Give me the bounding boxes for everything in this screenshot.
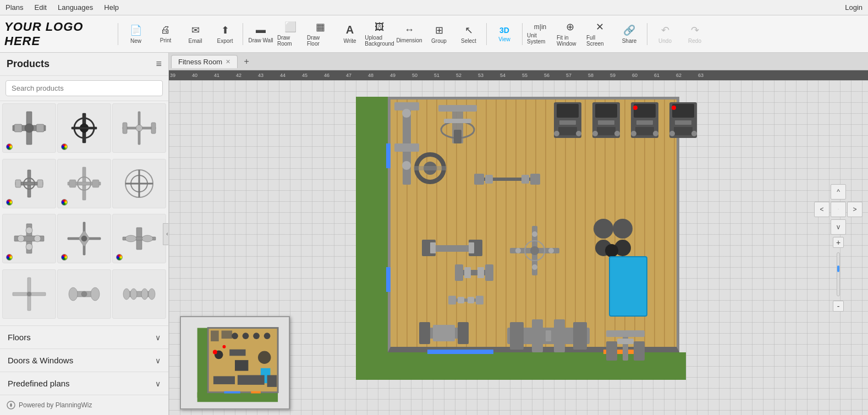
equipment-functional-trainer[interactable] xyxy=(507,223,562,278)
nav-up-button[interactable]: ^ xyxy=(831,184,846,200)
ruler-mark: 48 xyxy=(368,73,373,78)
full-screen-label: Full Screen xyxy=(586,35,613,47)
predefined-label: Predefined plans xyxy=(8,379,70,388)
dimension-label: Dimension xyxy=(396,37,422,43)
new-label: New xyxy=(130,38,141,44)
svg-rect-123 xyxy=(448,296,456,305)
tab-close-icon[interactable]: ✕ xyxy=(226,58,230,65)
nav-center-button[interactable]: · xyxy=(831,202,846,217)
list-item[interactable] xyxy=(2,159,56,208)
svg-rect-92 xyxy=(474,174,484,185)
list-item[interactable] xyxy=(2,214,56,263)
draw-floor-button[interactable]: ▦ Draw Floor xyxy=(306,18,334,50)
list-item[interactable] xyxy=(57,269,111,319)
sidebar-menu-icon[interactable]: ≡ xyxy=(156,58,162,70)
grass-left xyxy=(356,97,388,355)
svg-rect-141 xyxy=(617,339,634,344)
list-item[interactable] xyxy=(112,159,166,208)
equipment-lat-pulldown[interactable] xyxy=(603,328,647,363)
undo-button[interactable]: ↶ Undo xyxy=(651,18,679,50)
upload-bg-button[interactable]: 🖼 Upload Background xyxy=(365,18,394,50)
menu-languages[interactable]: Languages xyxy=(58,3,93,12)
3d-view-button[interactable]: 3D View xyxy=(490,18,519,50)
sidebar-section-floors[interactable]: Floors ∨ xyxy=(0,325,168,348)
svg-rect-139 xyxy=(606,341,617,361)
print-button[interactable]: 🖨 Print xyxy=(151,18,180,50)
svg-point-163 xyxy=(213,350,217,355)
svg-point-81 xyxy=(672,106,676,110)
export-button[interactable]: ⬆ Export xyxy=(211,18,239,50)
svg-point-71 xyxy=(614,131,620,136)
color-dot xyxy=(6,254,13,261)
minimap[interactable] xyxy=(180,316,290,410)
svg-point-89 xyxy=(402,109,411,118)
collapse-sidebar-button[interactable]: ‹ xyxy=(163,223,169,245)
equipment-cardio-4[interactable] xyxy=(664,99,702,141)
canvas-content[interactable]: ^ < · > v + - xyxy=(169,80,868,415)
unit-system-button[interactable]: m|in Unit System xyxy=(526,18,554,50)
share-icon: 🔗 xyxy=(623,24,635,36)
zoom-bar[interactable] xyxy=(837,252,840,296)
svg-rect-144 xyxy=(197,392,278,402)
svg-rect-128 xyxy=(419,322,430,344)
zoom-minus-button[interactable]: - xyxy=(833,301,844,312)
equipment-cardio-1[interactable] xyxy=(548,99,587,141)
list-item[interactable] xyxy=(112,214,166,263)
equipment-small-rack[interactable] xyxy=(452,262,496,284)
redo-button[interactable]: ↷ Redo xyxy=(680,18,709,50)
color-dot xyxy=(61,143,68,150)
list-item[interactable] xyxy=(112,269,166,319)
list-item[interactable] xyxy=(2,269,56,319)
menu-edit[interactable]: Edit xyxy=(35,3,47,12)
equipment-small-weights[interactable] xyxy=(447,292,485,308)
fit-window-button[interactable]: ⊕ Fit in Window xyxy=(556,18,584,50)
print-label: Print xyxy=(160,37,172,43)
search-input[interactable] xyxy=(6,80,163,96)
svg-rect-80 xyxy=(672,104,694,118)
ruler-mark: 49 xyxy=(390,73,395,78)
equipment-pulldown[interactable] xyxy=(433,102,482,146)
sidebar-header: Products ≡ xyxy=(0,53,168,76)
list-item[interactable] xyxy=(57,159,111,208)
doors-windows-arrow-icon: ∨ xyxy=(155,356,161,365)
svg-rect-12 xyxy=(123,123,127,134)
equipment-bench-press[interactable] xyxy=(419,231,485,264)
list-item[interactable] xyxy=(112,103,166,153)
equipment-multi-gym[interactable] xyxy=(504,317,592,355)
equipment-cable-row[interactable] xyxy=(416,317,471,350)
select-button[interactable]: ↖ Select xyxy=(454,18,483,50)
login-button[interactable]: Login xyxy=(845,3,862,12)
equipment-pool-mat[interactable] xyxy=(609,256,647,317)
dimension-button[interactable]: ↔ Dimension xyxy=(395,18,424,50)
svg-point-150 xyxy=(243,333,249,339)
equipment-barbell[interactable] xyxy=(471,168,543,190)
sidebar-footer: Powered by PlanningWiz xyxy=(0,395,168,415)
list-item[interactable] xyxy=(2,103,56,153)
zoom-plus-button[interactable]: + xyxy=(833,237,844,248)
group-button[interactable]: ⊞ Group xyxy=(425,18,453,50)
list-item[interactable] xyxy=(57,214,111,263)
equipment-dumbbell-rack[interactable] xyxy=(592,218,642,262)
draw-room-button[interactable]: ⬜ Draw Room xyxy=(276,18,305,50)
new-button[interactable]: 📄 New xyxy=(122,18,150,50)
nav-right-button[interactable]: > xyxy=(847,202,862,217)
draw-wall-button[interactable]: ▬ Draw Wall xyxy=(246,18,275,50)
menu-plans[interactable]: Plans xyxy=(6,3,24,12)
full-screen-button[interactable]: ✕ Full Screen xyxy=(585,18,614,50)
menu-bar: Plans Edit Languages Help Login xyxy=(0,0,868,15)
equipment-weight-rack[interactable] xyxy=(414,152,447,185)
nav-left-button[interactable]: < xyxy=(814,202,829,217)
list-item[interactable] xyxy=(57,103,111,153)
equipment-cardio-2[interactable] xyxy=(587,99,625,141)
sidebar-section-doors-windows[interactable]: Doors & Windows ∨ xyxy=(0,348,168,372)
tab-fitness-room[interactable]: Fitness Room ✕ xyxy=(171,55,238,68)
sidebar-section-predefined[interactable]: Predefined plans ∨ xyxy=(0,372,168,395)
write-button[interactable]: A Write xyxy=(336,18,364,50)
share-button[interactable]: 🔗 Share xyxy=(615,18,644,50)
nav-down-button[interactable]: v xyxy=(831,219,846,235)
menu-help[interactable]: Help xyxy=(104,3,119,12)
add-tab-button[interactable]: + xyxy=(240,55,253,68)
equipment-cardio-3[interactable] xyxy=(625,99,664,141)
email-button[interactable]: ✉ Email xyxy=(181,18,210,50)
svg-rect-68 xyxy=(598,120,614,125)
